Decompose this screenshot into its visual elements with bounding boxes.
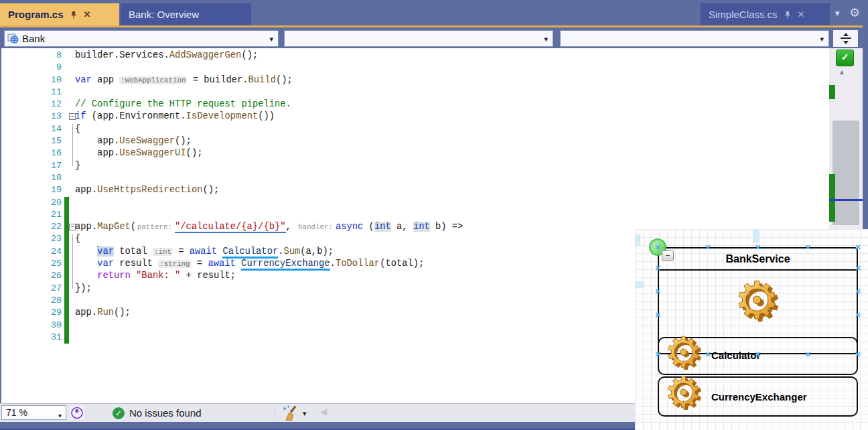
- code-line[interactable]: 17}: [0, 160, 829, 172]
- code-line[interactable]: 21: [0, 209, 829, 221]
- fold-column: [62, 98, 75, 111]
- close-icon[interactable]: ✕: [798, 10, 805, 19]
- quick-actions-icon[interactable]: [69, 405, 85, 421]
- code-line[interactable]: 12// Configure the HTTP request pipeline…: [0, 98, 829, 111]
- code-token: (: [363, 222, 374, 232]
- change-mark: [829, 174, 835, 199]
- connection-point-icon[interactable]: ✕: [854, 264, 862, 272]
- document-health-check-icon[interactable]: ✓: [836, 50, 854, 66]
- pin-icon[interactable]: [784, 10, 792, 19]
- connection-point-icon[interactable]: ✕: [654, 311, 662, 319]
- close-icon[interactable]: ✕: [84, 10, 91, 19]
- connection-point-icon[interactable]: ✕: [654, 243, 662, 251]
- window-left-border: [0, 48, 1, 403]
- code-line[interactable]: 9: [0, 62, 829, 74]
- code-token: app.: [75, 185, 97, 195]
- code-token: ();: [175, 136, 192, 146]
- no-issues-check-icon: ✓: [113, 407, 125, 419]
- connection-point-icon[interactable]: ✕: [704, 350, 712, 358]
- code-cleanup-broom-icon[interactable]: [281, 405, 300, 421]
- pin-icon[interactable]: [70, 10, 78, 19]
- connection-point-icon[interactable]: ✕: [854, 350, 862, 358]
- code-token: ()): [258, 111, 275, 121]
- code-token: [131, 271, 136, 281]
- connection-point-icon[interactable]: ✕: [654, 350, 662, 358]
- code-line[interactable]: 14{: [0, 123, 829, 135]
- tab-label: SimpleClass.cs: [709, 9, 778, 20]
- grid-highlight: [635, 234, 640, 246]
- class-header: BankService: [659, 248, 857, 271]
- chevron-down-icon: ▾: [544, 35, 548, 44]
- code-line[interactable]: 20: [0, 197, 829, 209]
- code-token: .: [330, 259, 336, 269]
- connection-point-icon[interactable]: ✕: [754, 350, 762, 358]
- code-token: "Bank: ": [136, 271, 180, 281]
- code-line[interactable]: 8builder.Services.AddSwaggerGen();: [0, 50, 829, 62]
- connection-point-icon[interactable]: ✕: [704, 243, 712, 251]
- connection-point-icon[interactable]: ✕: [754, 243, 762, 251]
- tab-bar: Program.cs ✕ Bank: Overview SimpleClass.…: [0, 0, 868, 27]
- code-text: var app :WebApplication = builder.Build(…: [75, 74, 829, 86]
- back-arrow-icon[interactable]: ◀: [320, 407, 327, 417]
- connection-point-icon[interactable]: ✕: [804, 350, 812, 358]
- caret-position-mark: [829, 199, 863, 201]
- code-line[interactable]: 19app.UseHttpsRedirection();: [0, 184, 829, 196]
- code-token: :int: [153, 248, 173, 256]
- code-token: ();: [114, 307, 131, 317]
- code-token: =: [173, 246, 190, 257]
- code-line[interactable]: 18: [0, 172, 829, 184]
- tab-program-cs[interactable]: Program.cs ✕: [0, 3, 119, 25]
- code-token: builder.Services.: [75, 50, 169, 60]
- fold-column: [62, 135, 75, 147]
- zoom-level-dropdown[interactable]: 71 % ▾: [1, 405, 66, 420]
- right-dropdown[interactable]: ▾: [560, 30, 829, 47]
- tab-bank-overview[interactable]: Bank: Overview: [121, 3, 251, 25]
- code-text: app.UseSwaggerUI();: [75, 147, 829, 159]
- code-token: [236, 259, 241, 269]
- code-token: // Configure the HTTP request pipeline.: [75, 99, 291, 109]
- code-line[interactable]: 15 app.UseSwagger();: [0, 135, 829, 147]
- code-token: result: [114, 259, 158, 269]
- line-number: 19: [0, 184, 62, 196]
- fold-collapse-box[interactable]: −: [69, 113, 76, 120]
- code-text: app.UseSwagger();: [75, 135, 829, 147]
- fold-column: [62, 160, 75, 172]
- settings-gear-icon[interactable]: ⚙: [849, 5, 860, 20]
- code-token: {: [75, 124, 80, 134]
- chevron-down-icon[interactable]: ▾: [303, 409, 307, 418]
- line-number: 8: [0, 50, 62, 62]
- code-token: {: [75, 234, 80, 244]
- code-line[interactable]: 10var app :WebApplication = builder.Buil…: [0, 74, 829, 86]
- code-line[interactable]: 11: [0, 86, 829, 98]
- line-number: 9: [0, 62, 62, 74]
- collapse-button[interactable]: −: [662, 250, 674, 261]
- scope-dropdown[interactable]: Bank ▾: [4, 30, 279, 47]
- code-line[interactable]: 13−if (app.Environment.IsDevelopment()): [0, 111, 829, 123]
- svg-text:⚙: ⚙: [664, 372, 703, 417]
- fold-column: [62, 86, 75, 98]
- connection-point-icon[interactable]: ✕: [854, 287, 862, 295]
- fold-collapse-box[interactable]: −: [69, 224, 76, 230]
- code-token: :WebApplication: [119, 76, 187, 84]
- scrollbar-thumb[interactable]: [833, 121, 859, 225]
- connection-point-icon[interactable]: ✕: [654, 287, 662, 295]
- code-token: [75, 259, 97, 269]
- code-line[interactable]: 16 app.UseSwaggerUI();: [0, 147, 829, 159]
- zoom-level-value: 71 %: [6, 407, 27, 418]
- connection-point-icon[interactable]: ✕: [654, 264, 662, 272]
- connection-point-icon[interactable]: ✕: [804, 243, 812, 251]
- grid-highlight: [635, 281, 644, 288]
- chevron-down-icon[interactable]: ▾: [835, 8, 840, 18]
- connection-point-icon[interactable]: ✕: [854, 311, 862, 319]
- line-number: 25: [0, 258, 62, 270]
- fold-column: [62, 62, 75, 74]
- code-text: }: [75, 160, 829, 172]
- code-text: [75, 86, 829, 98]
- connection-point-icon[interactable]: ✕: [854, 243, 862, 251]
- split-window-button[interactable]: [833, 30, 858, 47]
- code-token: (a,b);: [300, 246, 334, 257]
- change-tracking-bar: [64, 197, 69, 344]
- tab-simpleclass-cs[interactable]: SimpleClass.cs ✕: [701, 3, 830, 25]
- member-dropdown[interactable]: ▾: [284, 30, 553, 47]
- scroll-up-arrow[interactable]: ▲: [839, 68, 845, 76]
